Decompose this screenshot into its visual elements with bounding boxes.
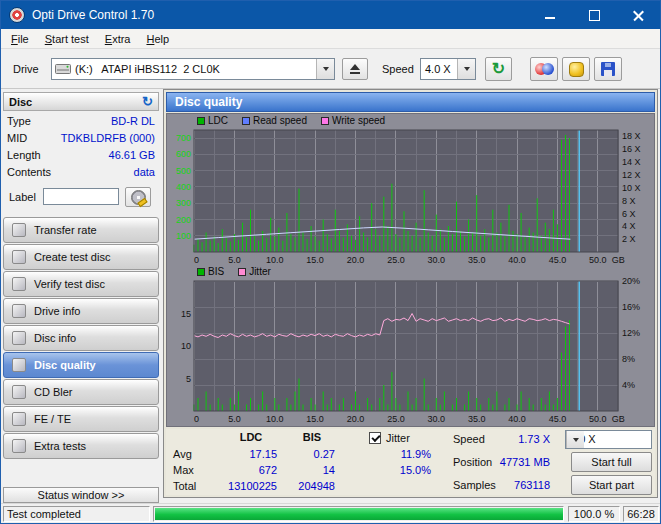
label-input[interactable] [43, 188, 119, 205]
svg-text:5: 5 [186, 374, 191, 384]
svg-text:10: 10 [181, 341, 191, 351]
close-button[interactable] [616, 1, 660, 29]
save-icon [601, 62, 615, 76]
cd-bler-icon [12, 385, 26, 399]
refresh-disc-icon[interactable]: ↻ [142, 95, 153, 108]
chevron-down-icon[interactable] [566, 431, 584, 448]
ldc-legend-swatch [197, 117, 205, 125]
start-full-button[interactable]: Start full [571, 452, 652, 472]
max-jitter-value: 15.0% [361, 464, 431, 477]
svg-text:2 X: 2 X [622, 234, 636, 244]
sidebar-button-cd-bler[interactable]: CD Bler [3, 379, 159, 405]
svg-text:4%: 4% [622, 380, 635, 390]
sidebar-button-disc-quality[interactable]: Disc quality [3, 352, 159, 378]
chevron-down-icon[interactable] [316, 59, 334, 79]
ldc-column-header: LDC [226, 431, 276, 444]
svg-text:15.0: 15.0 [306, 414, 324, 424]
create-test-disc-icon [12, 250, 26, 264]
svg-text:30.0: 30.0 [428, 414, 446, 424]
info-value: BD-R DL [111, 115, 155, 130]
legend-label: Read speed [253, 115, 307, 126]
refresh-icon: ↻ [492, 61, 505, 77]
window-title: Opti Drive Control 1.70 [32, 8, 154, 22]
chevron-down-icon[interactable] [457, 59, 475, 79]
svg-text:20%: 20% [622, 278, 640, 286]
disc-quality-charts: LDCRead speedWrite speed 700600500400300… [166, 113, 655, 427]
position-stat-value: 47731 MB [472, 456, 550, 469]
window-controls [528, 1, 660, 29]
svg-text:50.0: 50.0 [589, 255, 607, 265]
disc-info-row: Type BD-R DL [7, 115, 155, 130]
start-part-button[interactable]: Start part [571, 475, 652, 495]
disc-section-header: Disc ↻ [3, 92, 159, 111]
max-ldc-value: 672 [207, 464, 277, 477]
drive-icon [55, 63, 71, 75]
svg-text:12 X: 12 X [622, 170, 641, 180]
legend-item: Write speed [321, 115, 385, 126]
svg-text:50.0: 50.0 [589, 414, 607, 424]
sidebar-button-verify-test-disc[interactable]: Verify test disc [3, 271, 159, 297]
app-icon [9, 7, 25, 23]
svg-text:30.0: 30.0 [428, 255, 446, 265]
sidebar-button-disc-info[interactable]: Disc info [3, 325, 159, 351]
sidebar-button-create-test-disc[interactable]: Create test disc [3, 244, 159, 270]
drive-label: Drive [13, 63, 39, 75]
sidebar-button-label: Disc quality [34, 359, 96, 371]
elapsed-time-cell: 66:28 [623, 506, 659, 522]
fe-te-icon [12, 412, 26, 426]
svg-text:0: 0 [194, 414, 199, 424]
progress-bar [153, 506, 564, 522]
svg-text:40.0: 40.0 [508, 414, 526, 424]
menu-start-test[interactable]: Start test [37, 31, 97, 47]
total-bis-value: 204948 [277, 480, 335, 493]
extra-tests-icon [12, 439, 26, 453]
status-window-button[interactable]: Status window >> [3, 487, 159, 503]
drive-select[interactable]: (K:) ATAPI iHBS112 2 CL0K [51, 58, 335, 80]
svg-text:100: 100 [176, 231, 191, 241]
label-field-label: Label [9, 191, 36, 203]
menu-file[interactable]: File [3, 31, 37, 47]
status-bar: Test completed 100.0 % 66:28 [1, 503, 660, 524]
disc-info-row: Contents data [7, 166, 155, 181]
svg-text:16 X: 16 X [622, 144, 641, 154]
eject-button[interactable] [342, 58, 368, 80]
sidebar-button-drive-info[interactable]: Drive info [3, 298, 159, 324]
avg-ldc-value: 17.15 [207, 448, 277, 461]
panel-title-text: Disc quality [167, 95, 242, 109]
speed-select[interactable]: 4.0 X [420, 58, 476, 80]
minimize-button[interactable] [528, 1, 572, 29]
sidebar-button-label: Disc info [34, 332, 76, 344]
jitter-checkbox[interactable] [369, 432, 381, 444]
sidebar-button-label: Create test disc [34, 251, 110, 263]
avg-bis-value: 0.27 [277, 448, 335, 461]
info-value: TDKBLDRFB (000) [61, 132, 155, 147]
compare-discs-button[interactable] [530, 57, 558, 81]
avg-row-label: Avg [173, 448, 192, 461]
svg-text:6 X: 6 X [622, 209, 636, 219]
legend-label: Jitter [249, 266, 271, 277]
toolbar: Drive (K:) ATAPI iHBS112 2 CL0K Speed 4.… [1, 49, 660, 89]
sidebar-button-fe-te[interactable]: FE / TE [3, 406, 159, 432]
svg-text:200: 200 [176, 215, 191, 225]
disc-quality-panel: Disc quality LDCRead speedWrite speed 70… [163, 89, 658, 498]
ldc-read-speed-chart: 70060050040030020010018 X16 X14 X12 X10 … [167, 127, 654, 265]
donate-button[interactable] [562, 57, 590, 81]
close-icon [632, 9, 645, 22]
sidebar-button-extra-tests[interactable]: Extra tests [3, 433, 159, 459]
menu-help[interactable]: Help [138, 31, 177, 47]
svg-text:10 X: 10 X [622, 183, 641, 193]
svg-text:4 X: 4 X [622, 221, 636, 231]
sidebar-button-transfer-rate[interactable]: Transfer rate [3, 217, 159, 243]
save-button[interactable] [594, 57, 622, 81]
disc-quality-icon [12, 358, 26, 372]
max-bis-value: 14 [277, 464, 335, 477]
info-label: Length [7, 149, 41, 164]
maximize-button[interactable] [572, 1, 616, 29]
write-label-button[interactable] [125, 187, 151, 207]
menu-extra[interactable]: Extra [97, 31, 139, 47]
svg-text:300: 300 [176, 198, 191, 208]
refresh-speed-button[interactable]: ↻ [485, 57, 512, 81]
quality-speed-select[interactable]: 4.0 X [565, 430, 652, 449]
legend-item: Read speed [242, 115, 307, 126]
sidebar-button-label: FE / TE [34, 413, 71, 425]
